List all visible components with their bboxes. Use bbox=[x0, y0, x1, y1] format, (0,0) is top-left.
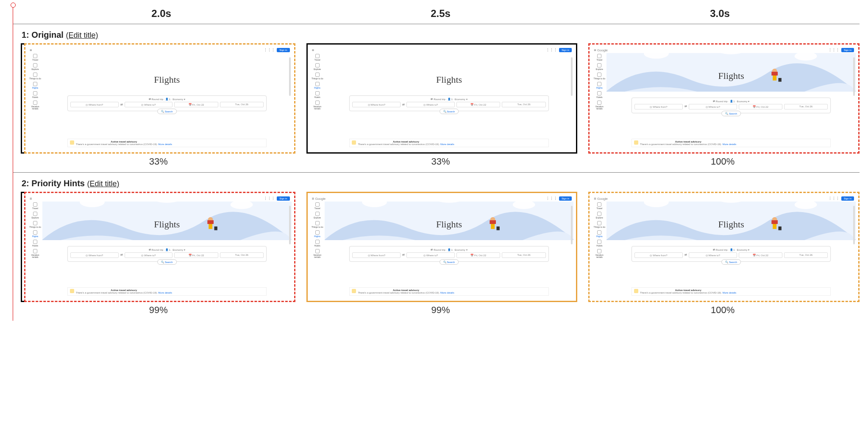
sidebar[interactable]: TravelExploreThings to doFlightsHotelsVa… bbox=[592, 202, 606, 298]
trip-chips[interactable]: ⇄ Round trip · 👤 1 · Economy ▾ bbox=[70, 248, 264, 251]
advisory-more-link[interactable]: More details bbox=[440, 143, 454, 146]
depart-date[interactable]: 📅 Fri, Oct 22 bbox=[174, 252, 218, 258]
flights-heading: Flights bbox=[325, 219, 574, 230]
row-1-name: Original bbox=[31, 30, 64, 39]
advisory-more-link[interactable]: More details bbox=[440, 291, 454, 294]
row-2-frame-2[interactable]: ≡ Google ⋮⋮⋮ Sign in TravelExploreThings… bbox=[588, 192, 860, 302]
swap-icon[interactable]: ⇄ bbox=[684, 105, 687, 108]
from-input[interactable]: ◎ Where from? bbox=[352, 252, 401, 258]
row-1-edit-title-link[interactable]: (Edit title) bbox=[66, 31, 98, 39]
return-date[interactable]: Tue, Oct 26 bbox=[784, 104, 828, 109]
row-1-frame-1[interactable]: ≡ ⋮⋮⋮ Sign in TravelExploreThings to doF… bbox=[306, 43, 578, 154]
hero-image bbox=[325, 53, 574, 92]
sidebar[interactable]: TravelExploreThings to doFlightsHotelsVa… bbox=[28, 53, 42, 150]
to-input[interactable]: ◎ Where to? bbox=[406, 252, 455, 258]
return-date[interactable]: Tue, Oct 26 bbox=[502, 252, 545, 258]
scrollbar[interactable] bbox=[571, 57, 573, 96]
hamburger-icon[interactable]: ≡ bbox=[30, 48, 32, 52]
from-input[interactable]: ◎ Where from? bbox=[634, 104, 683, 109]
flights-heading: Flights bbox=[606, 70, 856, 81]
trip-chips[interactable]: ⇄ Round trip · 👤 1 · Economy ▾ bbox=[352, 248, 545, 251]
sign-in-button[interactable]: Sign in bbox=[559, 48, 572, 52]
trip-chips[interactable]: ⇄ Round trip · 👤 1 · Economy ▾ bbox=[352, 98, 545, 101]
swap-icon[interactable]: ⇄ bbox=[402, 103, 405, 106]
swap-icon[interactable]: ⇄ bbox=[684, 253, 687, 257]
sign-in-button[interactable]: Sign in bbox=[841, 196, 854, 201]
scrollbar[interactable] bbox=[571, 206, 573, 244]
apps-icon[interactable]: ⋮⋮⋮ bbox=[828, 48, 840, 52]
swap-icon[interactable]: ⇄ bbox=[120, 103, 123, 106]
travel-advisory: Active travel advisory There's a governm… bbox=[67, 287, 267, 296]
hamburger-icon[interactable]: ≡ bbox=[30, 196, 32, 201]
apps-icon[interactable]: ⋮⋮⋮ bbox=[546, 196, 557, 201]
apps-icon[interactable]: ⋮⋮⋮ bbox=[264, 196, 275, 201]
to-input[interactable]: ◎ Where to? bbox=[125, 252, 173, 258]
return-date[interactable]: Tue, Oct 26 bbox=[502, 102, 545, 107]
to-input[interactable]: ◎ Where to? bbox=[689, 252, 737, 258]
travel-advisory: Active travel advisory There's a governm… bbox=[349, 139, 548, 147]
search-button[interactable]: 🔍 Search bbox=[440, 259, 459, 265]
row-1-title: 1: Original (Edit title) bbox=[22, 30, 860, 43]
to-input[interactable]: ◎ Where to? bbox=[125, 102, 173, 107]
depart-date[interactable]: 📅 Fri, Oct 22 bbox=[739, 104, 782, 109]
to-input[interactable]: ◎ Where to? bbox=[689, 104, 737, 109]
row-2-frame-1[interactable]: ≡ Google ⋮⋮⋮ Sign in TravelExploreThings… bbox=[306, 192, 578, 302]
swap-icon[interactable]: ⇄ bbox=[120, 253, 123, 257]
sidebar[interactable]: TravelExploreThings to doFlightsHotelsVa… bbox=[28, 202, 42, 298]
swap-icon[interactable]: ⇄ bbox=[402, 253, 405, 257]
search-button[interactable]: 🔍 Search bbox=[157, 259, 177, 265]
depart-date[interactable]: 📅 Fri, Oct 22 bbox=[456, 102, 500, 107]
from-input[interactable]: ◎ Where from? bbox=[634, 252, 683, 258]
depart-date[interactable]: 📅 Fri, Oct 22 bbox=[174, 102, 218, 107]
to-input[interactable]: ◎ Where to? bbox=[406, 102, 455, 107]
row-2-frame-0-pct: 99% bbox=[22, 302, 295, 316]
row-1-frame-2[interactable]: ≡ Google ⋮⋮⋮ Sign in TravelExploreThings… bbox=[588, 43, 860, 154]
row-2-edit-title-link[interactable]: (Edit title) bbox=[87, 179, 120, 188]
apps-icon[interactable]: ⋮⋮⋮ bbox=[828, 196, 840, 201]
return-date[interactable]: Tue, Oct 26 bbox=[784, 252, 828, 258]
trip-chips[interactable]: ⇄ Round trip · 👤 1 · Economy ▾ bbox=[634, 100, 828, 103]
sign-in-button[interactable]: Sign in bbox=[559, 196, 572, 201]
from-input[interactable]: ◎ Where from? bbox=[70, 102, 119, 107]
depart-date[interactable]: 📅 Fri, Oct 22 bbox=[456, 252, 500, 258]
advisory-more-link[interactable]: More details bbox=[158, 143, 172, 146]
sign-in-button[interactable]: Sign in bbox=[277, 48, 289, 52]
search-button[interactable]: 🔍 Search bbox=[721, 259, 741, 265]
row-2-number: 2: bbox=[22, 179, 29, 188]
return-date[interactable]: Tue, Oct 26 bbox=[220, 102, 264, 107]
hamburger-icon[interactable]: ≡ Google bbox=[594, 48, 607, 52]
advisory-more-link[interactable]: More details bbox=[158, 291, 172, 294]
hamburger-icon[interactable]: ≡ Google bbox=[312, 196, 326, 201]
from-input[interactable]: ◎ Where from? bbox=[70, 252, 119, 258]
from-input[interactable]: ◎ Where from? bbox=[352, 102, 401, 107]
search-button[interactable]: 🔍 Search bbox=[440, 109, 459, 114]
scrollbar[interactable] bbox=[289, 57, 291, 96]
scrollbar[interactable] bbox=[853, 57, 855, 96]
sign-in-button[interactable]: Sign in bbox=[277, 196, 289, 201]
apps-icon[interactable]: ⋮⋮⋮ bbox=[546, 48, 557, 52]
search-card: ⇄ Round trip · 👤 1 · Economy ▾ ◎ Where f… bbox=[349, 246, 548, 262]
test-row-1: 1: Original (Edit title) ≡ ⋮⋮⋮ Sign in T… bbox=[13, 24, 860, 173]
hamburger-icon[interactable]: ≡ Google bbox=[594, 196, 607, 201]
advisory-more-link[interactable]: More details bbox=[723, 291, 737, 294]
warning-icon bbox=[634, 289, 638, 293]
sidebar[interactable]: TravelExploreThings to doFlightsHotelsVa… bbox=[310, 202, 325, 298]
scrollbar[interactable] bbox=[853, 206, 855, 244]
hero-image bbox=[42, 53, 292, 92]
advisory-more-link[interactable]: More details bbox=[723, 143, 737, 146]
apps-icon[interactable]: ⋮⋮⋮ bbox=[264, 48, 275, 52]
trip-chips[interactable]: ⇄ Round trip · 👤 1 · Economy ▾ bbox=[70, 98, 264, 101]
sidebar[interactable]: TravelExploreThings to doFlightsHotelsVa… bbox=[592, 53, 606, 150]
return-date[interactable]: Tue, Oct 26 bbox=[220, 252, 264, 258]
hamburger-icon[interactable]: ≡ bbox=[312, 48, 314, 52]
row-2-frame-0[interactable]: ≡ ⋮⋮⋮ Sign in TravelExploreThings to doF… bbox=[24, 192, 295, 302]
row-1-frame-0[interactable]: ≡ ⋮⋮⋮ Sign in TravelExploreThings to doF… bbox=[24, 43, 295, 154]
depart-date[interactable]: 📅 Fri, Oct 22 bbox=[739, 252, 782, 258]
sign-in-button[interactable]: Sign in bbox=[841, 48, 854, 52]
trip-chips[interactable]: ⇄ Round trip · 👤 1 · Economy ▾ bbox=[634, 248, 828, 251]
scrollbar[interactable] bbox=[289, 206, 291, 244]
search-card: ⇄ Round trip · 👤 1 · Economy ▾ ◎ Where f… bbox=[349, 95, 548, 111]
search-button[interactable]: 🔍 Search bbox=[721, 111, 741, 116]
sidebar[interactable]: TravelExploreThings to doFlightsHotelsVa… bbox=[310, 53, 325, 150]
search-button[interactable]: 🔍 Search bbox=[157, 109, 177, 114]
